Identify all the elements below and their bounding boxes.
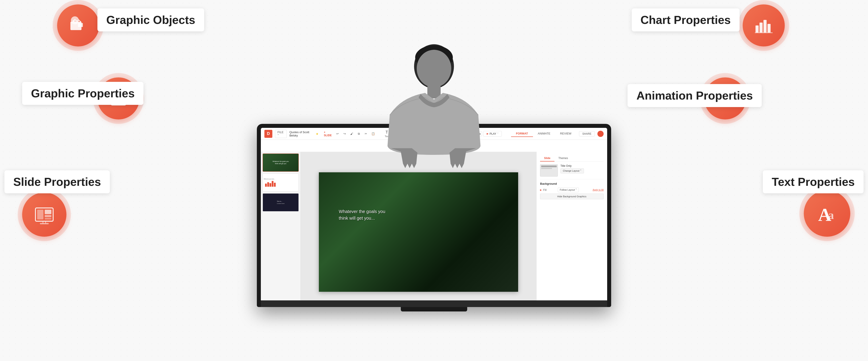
slide-properties-circle[interactable]	[22, 192, 66, 237]
slide-3-content: This is... Content here	[263, 194, 299, 211]
svg-point-2	[72, 20, 74, 22]
svg-rect-7	[768, 24, 771, 33]
text-properties-label: Text Properties	[772, 175, 855, 188]
slide-properties-label: Slide Properties	[13, 175, 101, 188]
svg-rect-6	[764, 20, 767, 33]
text-properties-callout: Text Properties	[763, 170, 864, 193]
background-section: Background ▶ Fill Follow Layout ˅ Apply …	[540, 182, 603, 199]
add-slide-button[interactable]: + SLIDE	[324, 131, 332, 137]
slide-properties-callout: Slide Properties	[4, 170, 110, 193]
chart-properties-label: Chart Properties	[641, 13, 731, 26]
svg-text:a: a	[828, 209, 834, 222]
background-header: Background	[540, 182, 603, 185]
layout-bar-2	[541, 168, 552, 169]
slide-2-wrapper: 2 What do you love...	[262, 173, 299, 192]
monitor-stand-neck	[421, 300, 447, 307]
svg-rect-24	[40, 223, 49, 224]
svg-rect-3	[78, 23, 83, 27]
graphic-properties-callout: Graphic Properties	[22, 82, 144, 105]
svg-rect-20	[45, 218, 51, 220]
document-title: Quotes of Scott Belsky	[289, 131, 313, 137]
animate-tab[interactable]: ANIMATE	[533, 131, 555, 137]
svg-rect-5	[760, 23, 763, 33]
svg-rect-19	[45, 215, 51, 217]
apply-to-all-button[interactable]: Apply to All	[593, 189, 603, 191]
text-properties-circle[interactable]: A a	[804, 190, 850, 237]
slide-1-thumbnail[interactable]: Whatever the goals you think will get yo…	[262, 154, 299, 172]
graphic-objects-callout: Graphic Objects	[97, 8, 204, 31]
slide-3-thumbnail[interactable]: This is... Content here	[262, 193, 299, 211]
graphic-objects-circle[interactable]	[57, 4, 99, 46]
fill-expand-icon[interactable]: ▶	[540, 189, 542, 191]
format-painter-button[interactable]: 🖌	[349, 131, 355, 137]
svg-rect-4	[755, 26, 758, 33]
slides-panel[interactable]: 1 Whatever the goals you think will get …	[261, 152, 301, 300]
slide-2-thumbnail[interactable]: What do you love...	[262, 173, 299, 192]
format-tabs: FORMAT ANIMATE REVIEW	[511, 131, 577, 137]
app-logo: D	[265, 130, 272, 138]
svg-point-1	[71, 17, 79, 24]
divider-1	[540, 179, 603, 179]
layout-row: Title Only Change Layout ˅	[540, 164, 603, 176]
themes-panel-tab[interactable]: Themes	[554, 155, 572, 162]
follow-layout-dropdown[interactable]: Follow Layout ˅	[558, 188, 579, 192]
fill-row: ▶ Fill Follow Layout ˅ Apply to All	[540, 188, 603, 192]
layout-name-text: Title Only	[560, 164, 584, 167]
monitor-stand-base	[401, 307, 467, 311]
graphic-objects-label: Graphic Objects	[106, 13, 195, 26]
person-silhouette	[356, 40, 512, 239]
chart-preview	[264, 180, 298, 187]
share-button[interactable]: SHARE	[579, 131, 595, 136]
file-menu-button[interactable]: FILE ˅	[275, 130, 287, 138]
change-layout-button[interactable]: Change Layout ˅	[560, 168, 584, 173]
chart-properties-callout: Chart Properties	[632, 8, 740, 31]
slide-1-wrapper: 1 Whatever the goals you think will get …	[262, 154, 299, 172]
redo-button[interactable]: ↪	[342, 131, 348, 137]
user-avatar	[597, 131, 603, 137]
svg-rect-17	[37, 210, 43, 220]
layout-bar-1	[541, 165, 557, 167]
svg-point-29	[417, 50, 451, 87]
slide-2-content: What do you love...	[263, 174, 299, 191]
slide-1-content: Whatever the goals you think will get yo…	[263, 154, 299, 171]
properties-panel: Slide Themes Title Only Change Layout ˅	[536, 152, 607, 300]
graphic-properties-label: Graphic Properties	[31, 87, 135, 100]
layout-info: Title Only Change Layout ˅	[560, 164, 584, 173]
format-tab[interactable]: FORMAT	[511, 131, 533, 137]
monitor-stand	[261, 300, 607, 307]
fill-label: Fill	[543, 189, 556, 192]
svg-rect-18	[45, 210, 51, 214]
slide-panel-tab[interactable]: Slide	[540, 155, 554, 162]
undo-button[interactable]: ↩	[335, 131, 341, 137]
review-tab[interactable]: REVIEW	[555, 131, 576, 137]
bookmark-icon[interactable]: ★	[316, 132, 319, 136]
chart-properties-circle[interactable]	[743, 4, 785, 46]
animation-properties-label: Animation Properties	[637, 89, 753, 102]
animation-properties-callout: Animation Properties	[627, 84, 762, 107]
slide-themes-tabs: Slide Themes	[540, 155, 603, 162]
slide-3-wrapper: 3 This is... Content here	[262, 193, 299, 211]
layout-preview	[540, 164, 558, 176]
hide-background-graphics-button[interactable]: Hide Background Graphics	[540, 194, 603, 199]
